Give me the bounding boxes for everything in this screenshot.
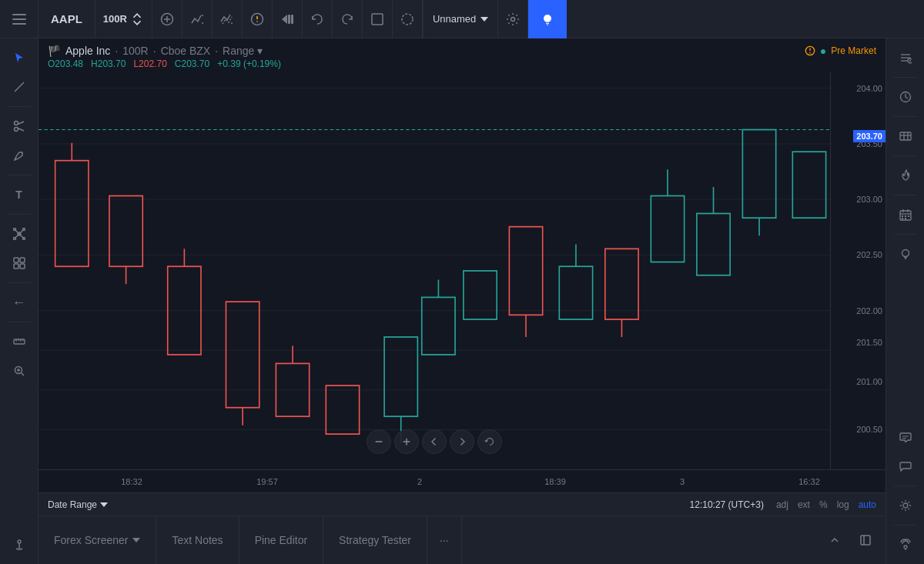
svg-rect-73	[384, 337, 417, 416]
line-tool[interactable]	[6, 74, 32, 100]
svg-point-22	[14, 122, 18, 125]
chart-right-wrapper: 🏴 Apple Inc · 100R · Cboe BZX · Range ▾	[38, 38, 886, 564]
alert-button[interactable]	[243, 0, 273, 38]
log-button[interactable]: log	[837, 499, 849, 510]
anchor-tool[interactable]	[6, 532, 32, 558]
chart-type-label[interactable]: Range ▾	[223, 45, 263, 57]
chart-overlay-controls	[367, 429, 502, 454]
nodes-tool[interactable]	[6, 221, 32, 247]
svg-rect-14	[288, 15, 290, 24]
svg-point-116	[902, 250, 909, 257]
pine-editor-label: Pine Editor	[255, 534, 307, 546]
undo-button[interactable]	[303, 0, 333, 38]
ideas-tool[interactable]	[892, 241, 919, 267]
text-tool[interactable]: T	[6, 182, 32, 208]
zoom-out-button[interactable]	[367, 429, 391, 454]
left-toolbar: T ←	[0, 38, 38, 564]
tab-pine-editor[interactable]: Pine Editor	[239, 516, 323, 564]
compare-button[interactable]	[213, 0, 243, 38]
pre-market-dot-icon: ●	[820, 45, 826, 57]
price-label-204: 204.00	[856, 84, 882, 93]
chart-info-header: 🏴 Apple Inc · 100R · Cboe BZX · Range ▾	[38, 38, 886, 72]
fullscreen-button[interactable]	[363, 0, 393, 38]
settings-button[interactable]	[498, 0, 528, 38]
chart-canvas[interactable]	[38, 72, 830, 469]
svg-line-130	[902, 509, 903, 510]
auto-button[interactable]: auto	[859, 499, 876, 510]
close-value: C203.70	[175, 58, 209, 69]
svg-point-48	[18, 540, 21, 543]
clock-tool[interactable]	[892, 84, 919, 110]
forex-screener-label: Forex Screener	[54, 534, 128, 546]
svg-rect-84	[651, 196, 684, 262]
interval-button[interactable]: 100R	[95, 0, 152, 38]
tab-forex-screener[interactable]: Forex Screener	[38, 516, 156, 564]
price-label-201: 201.00	[856, 377, 882, 386]
svg-point-19	[544, 15, 551, 22]
table-tool[interactable]	[892, 123, 919, 149]
selection-button[interactable]	[393, 0, 423, 38]
top-toolbar: AAPL 100R	[0, 0, 924, 38]
left-divider-2	[8, 175, 31, 175]
chat-tool[interactable]	[892, 424, 919, 450]
ruler-tool[interactable]	[6, 329, 32, 355]
right-divider-1	[894, 77, 917, 78]
chart-title-row: 🏴 Apple Inc · 100R · Cboe BZX · Range ▾	[48, 45, 876, 57]
tab-strategy-tester[interactable]: Strategy Tester	[323, 516, 427, 564]
chart-separator-3: ·	[215, 45, 218, 57]
svg-rect-38	[20, 264, 25, 269]
hamburger-button[interactable]	[0, 0, 38, 38]
svg-rect-15	[291, 15, 293, 24]
svg-rect-36	[20, 258, 25, 262]
svg-point-17	[402, 14, 413, 25]
svg-rect-80	[559, 266, 592, 319]
svg-line-45	[21, 373, 24, 376]
ext-button[interactable]: ext	[798, 499, 810, 510]
date-range-button[interactable]: Date Range	[48, 499, 108, 510]
svg-rect-78	[509, 227, 542, 315]
tab-text-notes[interactable]: Text Notes	[156, 516, 239, 564]
ideas-panel-toggle[interactable]	[528, 0, 567, 38]
svg-rect-111	[902, 215, 903, 217]
reset-view-button[interactable]	[477, 429, 502, 454]
redo-button[interactable]	[333, 0, 363, 38]
adjust-tool[interactable]	[6, 250, 32, 276]
svg-rect-114	[902, 218, 903, 219]
broadcast-tool[interactable]	[892, 532, 919, 558]
zoom-tool[interactable]	[6, 358, 32, 384]
tab-more[interactable]: ···	[427, 516, 462, 564]
layout-selector[interactable]: Unnamed	[423, 0, 498, 38]
sun-tool[interactable]	[892, 492, 919, 519]
chart-type-button[interactable]	[182, 0, 213, 38]
back-tool[interactable]: ←	[6, 289, 32, 315]
zoom-in-button[interactable]	[394, 429, 419, 454]
panel-collapse-button[interactable]	[821, 526, 849, 554]
add-indicator-button[interactable]	[152, 0, 182, 38]
low-value: L202.70	[133, 58, 166, 69]
cursor-tool[interactable]	[6, 45, 32, 71]
pen-tool[interactable]	[6, 142, 32, 169]
chart-symbol-name[interactable]: Apple Inc	[65, 45, 110, 57]
comment-tool[interactable]	[892, 453, 919, 479]
adj-button[interactable]: adj	[776, 499, 788, 510]
chart-container: 🏴 Apple Inc · 100R · Cboe BZX · Range ▾	[38, 38, 886, 492]
scroll-left-button[interactable]	[422, 429, 447, 454]
svg-rect-16	[372, 14, 383, 25]
calendar-tool[interactable]	[892, 202, 919, 228]
right-panel	[886, 38, 924, 564]
chart-flag-icon: 🏴	[48, 45, 61, 57]
status-bar: Date Range 12:10:27 (UTC+3) adj ext % lo…	[38, 492, 886, 516]
svg-rect-37	[14, 264, 18, 269]
scroll-right-button[interactable]	[450, 429, 474, 454]
chart-exchange-label: Cboe BZX	[161, 45, 211, 57]
scissors-tool[interactable]	[6, 113, 32, 139]
price-axis: 204.00 203.50 203.70 203.00 202.50 202.0…	[830, 72, 886, 469]
replay-button[interactable]	[273, 0, 303, 38]
panel-expand-button[interactable]	[852, 526, 879, 554]
fire-tool[interactable]	[892, 162, 919, 189]
time-label-1839: 18:39	[544, 477, 566, 486]
watchlist-tool[interactable]	[892, 45, 919, 71]
status-time: 12:10:27 (UTC+3)	[690, 499, 764, 510]
symbol-selector[interactable]: AAPL	[38, 0, 95, 38]
percent-button[interactable]: %	[819, 499, 828, 510]
